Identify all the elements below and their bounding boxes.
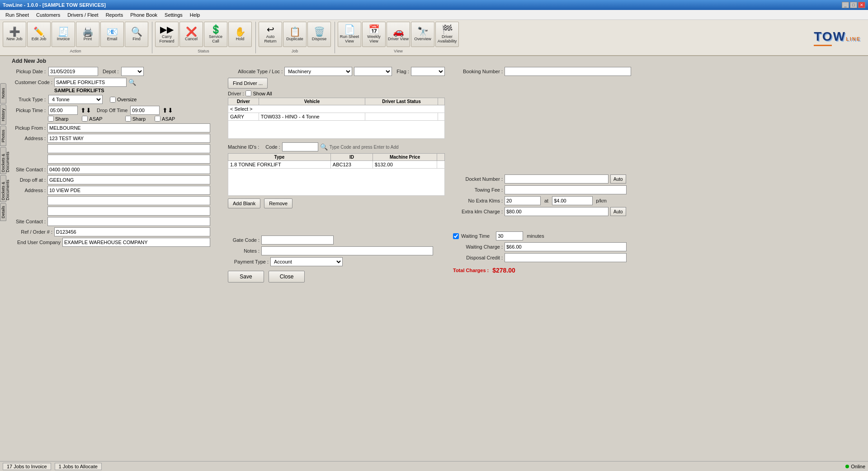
pickup-from-input[interactable]	[47, 123, 210, 132]
no-extra-klms-input[interactable]	[505, 196, 541, 205]
save-button[interactable]: Save	[228, 271, 264, 283]
dropoff-address3-input[interactable]	[47, 207, 210, 216]
customer-code-input[interactable]	[54, 78, 127, 87]
menu-reports[interactable]: Reports	[102, 11, 127, 19]
booking-number-input[interactable]	[505, 67, 631, 76]
driver-availability-button[interactable]: 🏁 Driver Availability	[435, 22, 459, 47]
pickup-time-input[interactable]	[48, 106, 78, 115]
dropoff-time-input[interactable]	[130, 106, 160, 115]
waiting-time-checkbox-label[interactable]: Waiting Time	[453, 233, 490, 239]
dropoff-time-spinner[interactable]: ⬆⬇	[162, 107, 173, 114]
pickup-asap-checkbox[interactable]	[82, 116, 88, 122]
show-all-checkbox[interactable]	[245, 90, 251, 96]
site-contact-input[interactable]	[47, 165, 210, 174]
dropoff-address1-input[interactable]	[47, 186, 210, 195]
menu-drivers-fleet[interactable]: Drivers / Fleet	[64, 11, 102, 19]
service-call-button[interactable]: 💲 Service Call	[204, 22, 227, 47]
hold-button[interactable]: ✋ Hold	[228, 22, 252, 47]
driver-select-row[interactable]: < Select >	[228, 105, 445, 113]
menu-phone-book[interactable]: Phone Book	[127, 11, 161, 19]
extra-klm-charge-input[interactable]	[505, 207, 609, 216]
driver-view-button[interactable]: 🚗 Driver View	[387, 22, 410, 47]
auto-return-button[interactable]: ↩ Auto Return	[259, 22, 282, 47]
show-all-label[interactable]: Show All	[245, 90, 272, 96]
jpg-tow-tab[interactable]: JPG Tow Dockets & Documents	[0, 175, 6, 202]
cancel-button[interactable]: ❌ Cancel	[179, 22, 203, 47]
pickup-sharp-checkbox[interactable]	[48, 116, 54, 122]
extra-klm-auto-button[interactable]: Auto	[610, 207, 626, 216]
duplicate-button[interactable]: 📋 Duplicate	[283, 22, 307, 47]
minimize-button[interactable]: _	[842, 2, 849, 8]
photos-tab[interactable]: Photos	[0, 126, 6, 146]
docket-number-input[interactable]	[505, 174, 609, 184]
carry-forward-button[interactable]: ▶▶ Carry Forward	[155, 22, 179, 47]
email-button[interactable]: 📧 Email	[100, 22, 124, 47]
invoice-button[interactable]: 🧾 Invoice	[52, 22, 75, 47]
dropoff-sharp-label[interactable]: Sharp	[125, 116, 146, 122]
customer-search-icon[interactable]: 🔍	[128, 79, 136, 86]
notes-tab[interactable]: Notes	[0, 83, 6, 104]
pickup-asap-label[interactable]: ASAP	[82, 116, 102, 122]
dropoff-asap-checkbox[interactable]	[155, 116, 160, 122]
flag-select[interactable]	[411, 67, 445, 76]
truck-type-select[interactable]: 4 Tonne	[48, 95, 103, 104]
pdf-tow-tab[interactable]: PDF Tow Dockets & Documents	[0, 147, 6, 174]
ref-order-input[interactable]	[54, 227, 210, 236]
disposal-credit-input[interactable]	[505, 253, 627, 262]
history-tab[interactable]: History	[0, 104, 6, 125]
jobs-to-allocate-item[interactable]: 1 Jobs to Allocate	[55, 463, 102, 470]
payment-type-select[interactable]: Account Cash Credit Card EFT	[270, 257, 343, 266]
pickup-date-input[interactable]	[48, 67, 98, 76]
pickup-sharp-label[interactable]: Sharp	[48, 116, 68, 122]
dispose-button[interactable]: 🗑️ Dispose	[307, 22, 331, 47]
address3-input[interactable]	[47, 155, 210, 164]
find-driver-button[interactable]: Find Driver ...	[228, 78, 268, 89]
edit-job-button[interactable]: ✏️ Edit Job	[27, 22, 51, 47]
close-button[interactable]: Close	[269, 271, 305, 283]
dropoff-sharp-checkbox[interactable]	[125, 116, 131, 122]
add-blank-button[interactable]: Add Blank	[228, 198, 260, 208]
close-button[interactable]: ✕	[858, 2, 865, 8]
address2-input[interactable]	[47, 144, 210, 153]
allocate-type-select[interactable]: Machinery	[284, 67, 352, 76]
depot-select[interactable]	[121, 67, 144, 76]
overview-button[interactable]: 🔭 Overview	[411, 22, 434, 47]
find-button[interactable]: 🔍 Find	[125, 22, 148, 47]
details-tab[interactable]: Details	[0, 203, 6, 221]
rate-input[interactable]	[552, 196, 593, 205]
code-input[interactable]	[282, 142, 318, 151]
run-sheet-view-button[interactable]: 📄 Run Sheet View	[338, 22, 361, 47]
end-user-company-input[interactable]	[62, 238, 210, 247]
maximize-button[interactable]: □	[850, 2, 857, 8]
remove-button[interactable]: Remove	[264, 198, 292, 208]
allocate-loc-select[interactable]	[354, 67, 392, 76]
code-search-icon[interactable]: 🔍	[320, 143, 328, 151]
oversize-checkbox-label[interactable]: Oversize	[110, 97, 137, 103]
new-job-button[interactable]: ➕ New Job	[3, 22, 26, 47]
menu-help[interactable]: Help	[186, 11, 204, 19]
dropoff-at-input[interactable]	[47, 175, 210, 184]
dropoff-address2-input[interactable]	[47, 196, 210, 205]
gate-code-input[interactable]	[261, 236, 334, 245]
menu-settings[interactable]: Settings	[161, 11, 186, 19]
driver-gary-row[interactable]: GARY TOW033 - HINO - 4 Tonne	[228, 113, 445, 121]
address1-input[interactable]	[47, 134, 210, 143]
machine-row[interactable]: 1.8 TONNE FORKLIFT ABC123 $132.00	[228, 161, 445, 169]
docket-auto-button[interactable]: Auto	[610, 174, 626, 184]
menu-customers[interactable]: Customers	[33, 11, 64, 19]
driver-select-cell[interactable]: < Select >	[228, 105, 445, 113]
towing-fee-input[interactable]	[505, 185, 627, 194]
menu-run-sheet[interactable]: Run Sheet	[2, 11, 33, 19]
waiting-time-checkbox[interactable]	[453, 233, 459, 239]
weekly-view-button[interactable]: 📅 Weekly View	[362, 22, 386, 47]
notes-input[interactable]	[261, 246, 433, 255]
title-bar-controls[interactable]: _ □ ✕	[842, 2, 865, 8]
waiting-minutes-input[interactable]	[496, 231, 523, 240]
oversize-checkbox[interactable]	[110, 97, 116, 103]
dropoff-asap-label[interactable]: ASAP	[155, 116, 175, 122]
waiting-charge-input[interactable]	[505, 242, 627, 251]
jobs-to-invoice-item[interactable]: 17 Jobs to Invoice	[3, 463, 51, 470]
dropoff-site-contact-input[interactable]	[47, 217, 210, 226]
print-button[interactable]: 🖨️ Print	[76, 22, 99, 47]
pickup-time-spinner[interactable]: ⬆⬇	[80, 107, 91, 114]
